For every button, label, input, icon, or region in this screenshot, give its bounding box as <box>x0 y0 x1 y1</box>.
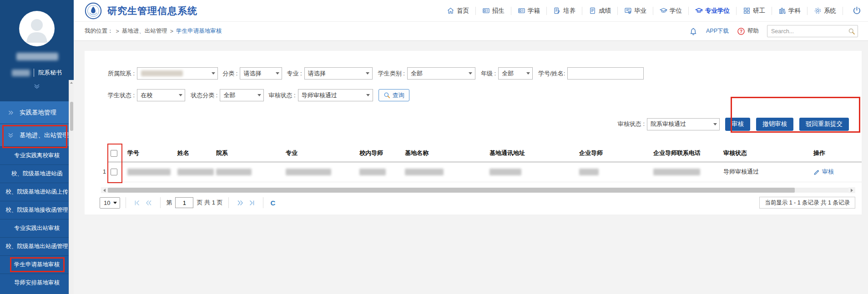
next-page-button[interactable] <box>237 200 243 206</box>
sidebar-scrollbar-thumb[interactable] <box>70 102 73 131</box>
breadcrumb-current[interactable]: 学生申请基地审核 <box>176 27 222 35</box>
student-status-select[interactable]: 在校 <box>137 89 185 101</box>
redacted-cell <box>490 169 521 175</box>
redacted-cell <box>286 169 331 175</box>
home-icon <box>447 7 454 15</box>
redacted-cell <box>653 169 700 175</box>
sidebar-item-student-apply-review[interactable]: 学生申请基地审核 <box>0 255 74 274</box>
question-icon: ? <box>737 27 745 35</box>
svg-text:?: ? <box>740 29 742 34</box>
query-button[interactable]: 查询 <box>378 89 409 101</box>
refresh-button[interactable]: C <box>271 199 276 207</box>
sidebar-group-practice-base[interactable]: 实践基地管理 <box>0 101 74 124</box>
last-page-button[interactable] <box>249 200 255 206</box>
global-search <box>767 25 858 37</box>
scroll-left-arrow[interactable] <box>101 187 108 193</box>
app-logo[interactable]: 研究生管理信息系统 <box>85 2 197 20</box>
major-label: 专业 : <box>287 70 302 78</box>
id-name-label: 学号/姓名: <box>538 70 565 78</box>
sidebar-item-exit-letter[interactable]: 校、院级基地出站函管理 <box>0 237 74 255</box>
profile-panel: 院系秘书 <box>0 0 74 101</box>
nav-degree[interactable]: 学位 <box>660 7 682 15</box>
review-button[interactable]: 审核 <box>725 118 750 131</box>
nav-discipline[interactable]: 学科 <box>778 7 801 15</box>
breadcrumb-bar: 我的位置： > 基地进、出站管理 > 学生申请基地审核 APP下载 ? 帮助 <box>74 22 868 41</box>
redacted-cell <box>177 169 214 175</box>
sidebar-item-acceptance-letter[interactable]: 校、院级基地接收函管理 <box>0 201 74 219</box>
avatar[interactable] <box>19 11 55 46</box>
chevron-down-icon <box>711 119 719 130</box>
nav-system[interactable]: 系统 <box>814 7 836 15</box>
sidebar-scrollbar[interactable] <box>69 80 74 294</box>
chevron-down-icon <box>524 68 532 79</box>
prev-page-button[interactable] <box>146 200 152 206</box>
row-checkbox[interactable] <box>111 169 117 175</box>
notification-bell-button[interactable] <box>689 27 698 36</box>
department-select[interactable] <box>137 67 218 80</box>
horizontal-scrollbar <box>101 187 855 193</box>
col-header-department: 院系 <box>216 145 286 162</box>
horizontal-scrollbar-track[interactable] <box>108 188 848 193</box>
sidebar-item-entry-letter-upload[interactable]: 校、院级基地进站函上传 <box>0 183 74 201</box>
breadcrumb-section[interactable]: 基地进、出站管理 <box>122 27 167 35</box>
review-status-select[interactable]: 导师审核通过 <box>298 89 373 101</box>
logout-power-button[interactable] <box>852 6 862 15</box>
category-select[interactable]: 请选择 <box>240 67 282 80</box>
id-name-input[interactable] <box>567 67 644 80</box>
bulk-status-select[interactable]: 院系审核通过 <box>647 118 720 130</box>
scrollbar-up-arrow[interactable] <box>69 80 74 85</box>
pencil-icon <box>813 169 820 175</box>
major-select[interactable]: 请选择 <box>304 67 373 80</box>
top-header: 研究生管理信息系统 首页 招生 学籍 培养 成绩 毕业 <box>74 0 868 22</box>
horizontal-scrollbar-thumb[interactable] <box>108 188 795 193</box>
filter-row-1: 所属院系 : 分类 : 请选择 专业 : 请选择 学生类别 : 全部 年级 : … <box>108 67 644 80</box>
nav-divider <box>736 7 737 15</box>
redacted-cell <box>359 169 386 175</box>
chevron-down-icon <box>273 68 282 79</box>
records-summary: 当前显示 1 - 1 条记录 共 1 条记录 <box>759 197 855 209</box>
nav-student-status[interactable]: 学籍 <box>518 7 540 15</box>
reject-resubmit-button[interactable]: 驳回重新提交 <box>799 118 849 131</box>
revoke-review-button[interactable]: 撤销审核 <box>756 118 793 131</box>
nav-home[interactable]: 首页 <box>447 7 469 15</box>
sidebar-item-exit-review[interactable]: 专业实践出站审核 <box>0 219 74 237</box>
col-header-review-status: 审核状态 <box>723 145 813 162</box>
search-input[interactable] <box>767 28 848 35</box>
nav-divider <box>843 7 843 15</box>
page-size-select[interactable]: 10 <box>100 197 120 209</box>
student-type-select[interactable]: 全部 <box>407 67 475 80</box>
sidebar: 院系秘书 实践基地管理 基地进、出站管理 专业实践离校审核 校、院级基地进站函 … <box>0 0 74 294</box>
sidebar-item-supervisor-arrange-review[interactable]: 导师安排基地审核 <box>0 274 74 292</box>
col-header-name: 姓名 <box>177 145 216 162</box>
nav-divider <box>688 7 689 15</box>
nav-cultivation[interactable]: 培养 <box>553 7 575 15</box>
app-download-link[interactable]: APP下载 <box>706 27 729 35</box>
nav-graduation[interactable]: 毕业 <box>624 7 646 15</box>
search-icon[interactable] <box>848 28 855 35</box>
row-review-action[interactable]: 审核 <box>813 168 834 176</box>
nav-professional-degree[interactable]: 专业学位 <box>695 7 730 15</box>
nav-grades[interactable]: 成绩 <box>589 7 611 15</box>
redacted-cell <box>216 169 252 175</box>
chevron-down-icon <box>113 202 117 204</box>
first-page-button[interactable] <box>134 200 140 206</box>
sidebar-group-base-in-out[interactable]: 基地进、出站管理 <box>0 124 74 146</box>
profile-collapse-chevron-icon[interactable] <box>33 84 40 89</box>
pager-divider <box>263 197 263 208</box>
col-header-student-id: 学号 <box>127 145 177 162</box>
sidebar-item-entry-letter[interactable]: 校、院级基地进站函 <box>0 164 74 183</box>
doc-pen-icon <box>553 7 561 15</box>
select-all-checkbox[interactable] <box>111 150 117 157</box>
page-number-input[interactable] <box>175 197 193 208</box>
scroll-right-arrow[interactable] <box>848 187 855 193</box>
nav-divider <box>653 7 653 15</box>
grade-select[interactable]: 全部 <box>498 67 533 80</box>
nav-graduate-affairs[interactable]: 研工 <box>743 7 765 15</box>
gear-icon <box>814 7 822 15</box>
sidebar-item-leave-school-review[interactable]: 专业实践离校审核 <box>0 146 74 164</box>
status-category-select[interactable]: 全部 <box>220 89 264 101</box>
pager-divider <box>126 197 126 208</box>
help-link[interactable]: ? 帮助 <box>737 27 759 35</box>
nav-admissions[interactable]: 招生 <box>482 7 505 15</box>
grade-label: 年级 : <box>481 70 496 78</box>
